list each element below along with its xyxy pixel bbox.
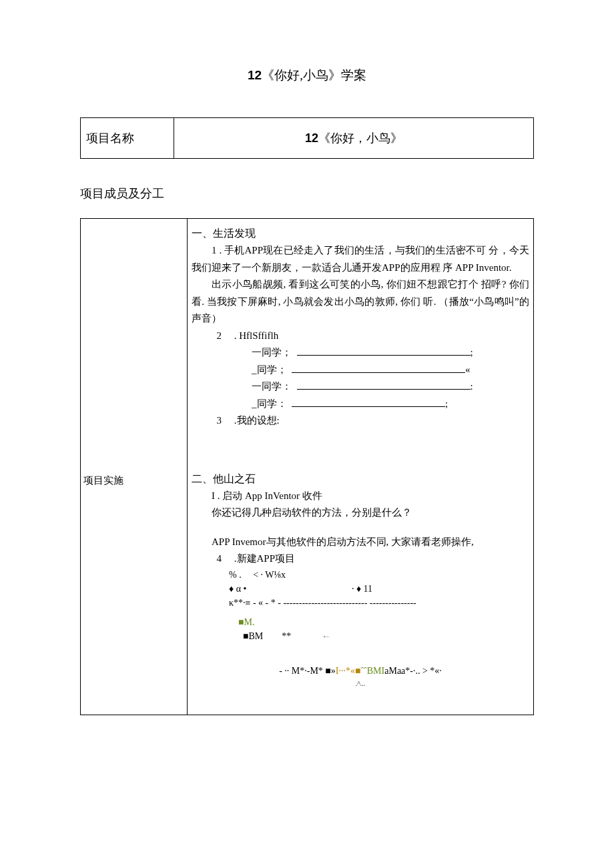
project-name-value: 12《你好，小鸟》 bbox=[174, 118, 534, 159]
garble-frag: I∙∙∙*«■ bbox=[336, 666, 361, 676]
item3-text: .我的设想: bbox=[234, 415, 280, 426]
student2-end: « bbox=[465, 364, 471, 375]
student-line-3: 一同学： : bbox=[192, 378, 529, 396]
section1-para1: 1 . 手机APP现在已经走入了我们的生活，与我们的生活密不可 分，今天我们迎来… bbox=[192, 242, 529, 276]
section1-para2: 出示小鸟船觇频, 看到这么可笑的小鸟, 你们妞不想跟它打个 招呼? 你们看. 当… bbox=[192, 276, 529, 328]
fill-blank[interactable] bbox=[292, 362, 465, 373]
student2-label: _同学； bbox=[252, 364, 287, 375]
garble-frag: - ·· M*·-M* ■» bbox=[279, 666, 336, 676]
student3-end: : bbox=[471, 381, 473, 392]
section2-heading: 二、他山之石 bbox=[192, 470, 529, 488]
garble-frag: aMaa*-·.. > *«· bbox=[384, 666, 442, 676]
student4-end: ; bbox=[445, 398, 448, 409]
garble-line: ■BM ** ← bbox=[238, 629, 529, 643]
info-table: 项目名称 12《你好，小鸟》 bbox=[80, 117, 534, 159]
student-line-1: 一同学； ; bbox=[192, 344, 529, 362]
garble-line: κ**·≡ - « - * - ------------------------… bbox=[229, 596, 529, 610]
fill-blank[interactable] bbox=[297, 345, 471, 356]
garble-line: ■M. bbox=[238, 615, 529, 629]
garble-frag: ˆˆBMI bbox=[360, 666, 384, 676]
garble-frag: ** bbox=[282, 631, 291, 641]
fill-blank[interactable] bbox=[292, 396, 445, 407]
project-title-text: 《你好，小鸟》 bbox=[318, 131, 402, 145]
project-name-label: 项目名称 bbox=[81, 118, 174, 159]
section1-heading: 一、生活发现 bbox=[192, 224, 529, 242]
item4-text: .新建APP项目 bbox=[234, 553, 295, 564]
main-table: 项目实施 一、生活发现 1 . 手机APP现在已经走入了我们的生活，与我们的生活… bbox=[80, 218, 534, 715]
item4-num: 4 bbox=[217, 553, 222, 564]
student-line-4: _同学： ; bbox=[192, 396, 529, 413]
diagram-area: % . < · W⅛x ♦ α • · ♦ 11 κ**·≡ - « - * -… bbox=[192, 568, 529, 643]
student-line-2: _同学； « bbox=[192, 362, 529, 379]
student3-label: 一同学： bbox=[252, 381, 292, 392]
garble-sub: .^... bbox=[192, 678, 529, 689]
student1-label: 一同学； bbox=[252, 347, 292, 358]
garble-line: % . < · W⅛x bbox=[229, 568, 529, 582]
garble-frag: ■BM bbox=[243, 631, 263, 641]
project-title-num: 12 bbox=[305, 131, 318, 145]
members-label: 项目成员及分工 bbox=[80, 185, 534, 201]
student4-label: _同学： bbox=[252, 398, 287, 409]
item2-num: 2 bbox=[217, 330, 222, 341]
content-cell: 一、生活发现 1 . 手机APP现在已经走入了我们的生活，与我们的生活密不可 分… bbox=[188, 219, 534, 715]
garble-frag: ← bbox=[322, 631, 331, 641]
center-garble: - ·· M*·-M* ■»I∙∙∙*«■ˆˆBMIaMaa*-·.. > *«… bbox=[192, 663, 529, 689]
document-title: 12《你好,小鸟》学案 bbox=[80, 67, 534, 84]
item-3: 3 .我的设想: bbox=[192, 412, 529, 430]
item3-num: 3 bbox=[217, 415, 222, 426]
garble-line: ♦ α • · ♦ 11 bbox=[229, 582, 529, 596]
fill-blank[interactable] bbox=[297, 379, 471, 390]
implementation-label: 项目实施 bbox=[81, 219, 188, 715]
item2-text: . HflSffiflh bbox=[234, 330, 278, 341]
item-4: 4 .新建APP项目 bbox=[192, 550, 529, 568]
title-number: 12 bbox=[248, 68, 262, 82]
title-text: 《你好,小鸟》学案 bbox=[262, 68, 366, 82]
table-row: 项目实施 一、生活发现 1 . 手机APP现在已经走入了我们的生活，与我们的生活… bbox=[81, 219, 534, 715]
item-2: 2 . HflSffiflh bbox=[192, 328, 529, 345]
student1-end: ; bbox=[471, 347, 473, 358]
section2-q1: 你还记得几种启动软件的方法，分别是什么？ bbox=[192, 504, 529, 522]
garble-frag: · ♦ 11 bbox=[352, 584, 372, 594]
table-row: 项目名称 12《你好，小鸟》 bbox=[81, 118, 534, 159]
section2-item1: I . 启动 App InVentor 收件 bbox=[192, 488, 529, 505]
garble-frag: ♦ α • bbox=[229, 584, 246, 594]
section2-para1: APP Invemor与其他软件的启动方法不同, 大家请看老师操作, bbox=[192, 534, 529, 551]
